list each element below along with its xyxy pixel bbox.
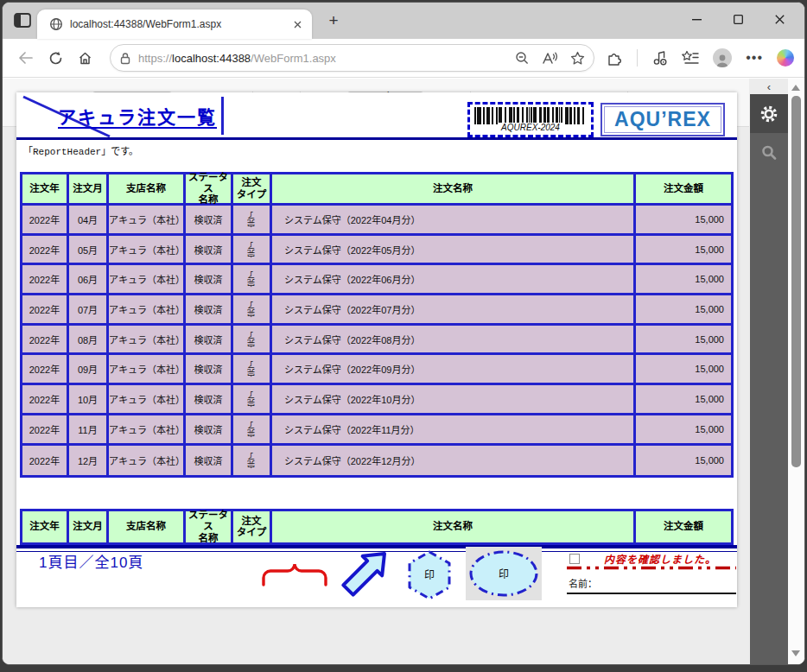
address-bar[interactable]: https://localhost:44388/WebForm1.aspx — [110, 44, 594, 72]
new-tab-button[interactable]: + — [322, 10, 345, 32]
person-icon — [715, 54, 730, 67]
cell-amount: 15,000 — [636, 206, 731, 236]
stamp-label: 印 — [424, 569, 435, 581]
red-dashdot-line — [567, 566, 736, 570]
name-label: 名前： — [569, 576, 597, 590]
company-logo: AQU’REX — [600, 103, 725, 136]
more-options-button[interactable]: ••• — [746, 50, 763, 66]
scroll-down-arrow[interactable] — [791, 650, 800, 656]
cell-name: システム保守（2022年11月分） — [272, 415, 636, 446]
window-minimize-button[interactable] — [687, 10, 706, 29]
cell-year: 2022年 — [22, 355, 69, 385]
browser-window: localhost:44388/WebForm1.aspx + — [2, 2, 805, 665]
report-header-note: 「ReportHeader」です。 — [23, 143, 138, 157]
cell-year: 2022年 — [22, 326, 69, 356]
globe-icon — [49, 17, 63, 31]
column-header-type: 注文 タイプ — [233, 511, 272, 542]
browser-essentials-icon[interactable] — [651, 50, 668, 67]
scroll-up-arrow[interactable] — [791, 85, 800, 91]
zoom-out-indicator-icon[interactable] — [515, 51, 530, 66]
column-header-year: 注文年 — [22, 511, 69, 542]
cell-name: システム保守（2022年04月分） — [272, 206, 636, 236]
order-type-rotated-text: 完了 — [248, 242, 256, 257]
order-type-rotated-text: 完了 — [248, 391, 256, 407]
window-maximize-button[interactable] — [728, 10, 747, 29]
browser-navbar: https://localhost:44388/WebForm1.aspx — [3, 39, 804, 78]
home-button[interactable] — [72, 45, 98, 71]
cell-month: 12月 — [69, 446, 109, 476]
workspaces-button[interactable] — [14, 13, 31, 29]
cell-name: システム保守（2022年06月分） — [272, 265, 636, 295]
search-icon — [760, 144, 778, 162]
cell-name: システム保守（2022年10月分） — [272, 385, 636, 415]
confirm-checkbox[interactable] — [569, 554, 580, 564]
column-header-year: 注文年 — [22, 174, 69, 206]
footer-header-table: 注文年注文月支店名称ステータス 名称注文 タイプ注文名称注文金額 — [20, 509, 734, 545]
order-type-rotated-text: 完了 — [248, 361, 256, 377]
order-type-rotated-text: 完了 — [248, 301, 256, 317]
sidebar-search-button[interactable] — [750, 133, 788, 172]
cell-month: 04月 — [69, 206, 109, 236]
column-header-month: 注文月 — [69, 174, 109, 206]
cell-status: 検収済 — [186, 265, 233, 295]
cell-status: 検収済 — [186, 236, 233, 266]
cell-type: 完了 — [233, 415, 272, 446]
divider — [637, 49, 638, 67]
barcode: AQUREX-2024 — [467, 102, 594, 137]
cell-month: 10月 — [69, 385, 109, 415]
copilot-icon[interactable] — [777, 49, 794, 67]
cell-amount: 15,000 — [636, 355, 731, 385]
maximize-icon — [734, 15, 743, 24]
cell-type: 完了 — [233, 385, 272, 415]
cell-type: 完了 — [233, 265, 272, 295]
back-button[interactable] — [13, 45, 39, 71]
arrow-shape — [336, 547, 391, 602]
chevron-left-icon: ‹ — [767, 80, 771, 93]
cell-branch: アキュラ（本社） — [109, 295, 186, 326]
order-type-rotated-text: 完了 — [248, 332, 256, 347]
cell-status: 検収済 — [186, 206, 233, 236]
cell-type: 完了 — [233, 236, 272, 266]
favorites-bar-icon[interactable] — [682, 50, 699, 66]
tab-title: localhost:44388/WebForm1.aspx — [70, 18, 289, 30]
home-icon — [78, 51, 92, 66]
cell-month: 07月 — [69, 295, 109, 326]
sidebar-collapse-button[interactable]: ‹ — [750, 79, 788, 94]
cell-status: 検収済 — [186, 415, 233, 446]
cell-amount: 15,000 — [636, 385, 731, 415]
cell-amount: 15,000 — [636, 236, 731, 266]
column-header-status: ステータス 名称 — [186, 174, 233, 206]
scrollbar-thumb[interactable] — [791, 96, 801, 467]
cell-status: 検収済 — [186, 326, 233, 356]
report-title: アキュラ注文一覧 — [58, 103, 217, 129]
viewer-sidebar: ‹ — [750, 79, 788, 664]
vertical-scrollbar[interactable] — [788, 79, 804, 664]
extensions-icon[interactable] — [607, 50, 623, 67]
read-aloud-icon[interactable] — [542, 51, 558, 65]
confirm-text: 内容を確認しました。 — [604, 551, 716, 566]
cell-amount: 15,000 — [636, 446, 731, 476]
window-close-button[interactable] — [770, 10, 789, 29]
cell-status: 検収済 — [186, 385, 233, 415]
minimize-icon — [692, 15, 702, 24]
name-underline — [567, 593, 736, 594]
sidebar-settings-button[interactable] — [750, 94, 788, 133]
cell-amount: 15,000 — [636, 295, 731, 326]
cell-type: 完了 — [233, 326, 272, 356]
profile-avatar[interactable] — [713, 48, 732, 67]
cell-type: 完了 — [233, 355, 272, 385]
refresh-button[interactable] — [42, 45, 68, 71]
tab-close-button[interactable] — [289, 16, 305, 32]
favorite-star-icon[interactable] — [570, 51, 585, 66]
column-header-branch: 支店名称 — [109, 511, 186, 542]
order-type-rotated-text: 完了 — [248, 212, 256, 227]
column-header-branch: 支店名称 — [109, 174, 186, 206]
cell-month: 06月 — [69, 265, 109, 295]
cell-status: 検収済 — [186, 295, 233, 326]
barcode-text: AQUREX-2024 — [498, 123, 563, 132]
order-type-rotated-text: 完了 — [248, 453, 256, 468]
browser-tab[interactable]: localhost:44388/WebForm1.aspx — [37, 10, 312, 39]
column-header-name: 注文名称 — [272, 511, 636, 542]
vertical-rule — [221, 97, 224, 135]
cell-year: 2022年 — [22, 446, 69, 476]
